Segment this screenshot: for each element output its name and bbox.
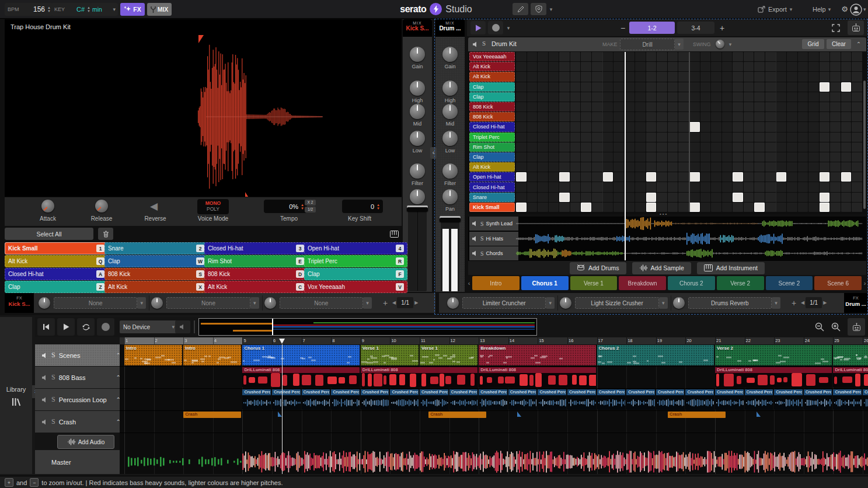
- deck-play-button[interactable]: [470, 21, 486, 34]
- step-12-28[interactable]: [820, 172, 830, 182]
- seq-row-label-kick-small-15[interactable]: Kick Small: [469, 203, 515, 212]
- step-14-12[interactable]: [646, 193, 657, 202]
- step-14-16[interactable]: [689, 193, 700, 202]
- step-14-3[interactable]: [549, 193, 559, 202]
- clip-perc-12[interactable]: Crushed Perc: [597, 389, 626, 410]
- step-2-6[interactable]: [581, 72, 591, 81]
- scene-tab-verse-2[interactable]: Verse 2: [717, 276, 764, 290]
- step-6-8[interactable]: [603, 112, 613, 121]
- step-14-1[interactable]: [527, 193, 538, 202]
- mixer-collapse-button[interactable]: ‹: [430, 147, 437, 159]
- pan-knob[interactable]: [410, 189, 425, 204]
- step-4-17[interactable]: [700, 92, 711, 102]
- step-11-0[interactable]: [516, 162, 527, 172]
- step-9-11[interactable]: [635, 142, 646, 152]
- step-12-22[interactable]: [754, 172, 765, 182]
- step-14-11[interactable]: [635, 193, 646, 202]
- step-6-0[interactable]: [516, 112, 527, 121]
- attack-knob[interactable]: [41, 200, 54, 212]
- clip-bass-1[interactable]: DriLLuminati 808: [361, 367, 477, 388]
- fx-slot-caret[interactable]: ▾: [546, 297, 555, 309]
- step-13-29[interactable]: [830, 182, 841, 191]
- step-8-27[interactable]: [808, 133, 819, 142]
- step-10-2[interactable]: [538, 152, 548, 162]
- filter-knob[interactable]: [410, 163, 425, 179]
- step-9-19[interactable]: [722, 142, 733, 152]
- step-9-20[interactable]: [733, 142, 743, 152]
- step-5-29[interactable]: [830, 102, 841, 111]
- step-14-29[interactable]: [830, 193, 841, 202]
- pad-closed-hi-hat-A[interactable]: Closed Hi-hatA: [5, 268, 108, 280]
- step-7-11[interactable]: [635, 122, 646, 131]
- step-4-20[interactable]: [733, 92, 743, 102]
- step-6-16[interactable]: [689, 112, 700, 121]
- step-8-31[interactable]: [852, 133, 862, 142]
- step-0-7[interactable]: [592, 52, 602, 61]
- step-6-26[interactable]: [798, 112, 808, 121]
- step-5-17[interactable]: [700, 102, 711, 111]
- step-10-18[interactable]: [711, 152, 721, 162]
- step-13-17[interactable]: [700, 182, 711, 191]
- step-1-18[interactable]: [711, 62, 721, 71]
- step-3-15[interactable]: [678, 82, 689, 92]
- step-13-26[interactable]: [798, 182, 808, 191]
- step-14-10[interactable]: [625, 193, 635, 202]
- step-11-24[interactable]: [776, 162, 787, 172]
- step-1-7[interactable]: [592, 62, 602, 71]
- step-13-24[interactable]: [776, 182, 787, 191]
- crash-fade-marker-2[interactable]: [757, 412, 761, 417]
- step-10-5[interactable]: [570, 152, 581, 162]
- step-10-19[interactable]: [722, 152, 733, 162]
- step-8-2[interactable]: [538, 133, 548, 142]
- zoom-out-button[interactable]: [813, 320, 827, 334]
- step-5-4[interactable]: [559, 102, 570, 111]
- step-1-11[interactable]: [635, 62, 646, 71]
- step-11-1[interactable]: [527, 162, 538, 172]
- step-3-18[interactable]: [711, 82, 721, 92]
- step-6-14[interactable]: [668, 112, 678, 121]
- step-11-5[interactable]: [570, 162, 581, 172]
- step-0-9[interactable]: [613, 52, 624, 61]
- step-9-30[interactable]: [841, 142, 852, 152]
- step-7-0[interactable]: [516, 122, 527, 131]
- step-10-25[interactable]: [787, 152, 797, 162]
- step-11-26[interactable]: [798, 162, 808, 172]
- step-2-29[interactable]: [830, 72, 841, 81]
- step-15-18[interactable]: [711, 203, 721, 212]
- step-5-9[interactable]: [613, 102, 624, 111]
- step-6-9[interactable]: [613, 112, 624, 121]
- step-9-5[interactable]: [570, 142, 581, 152]
- step-15-26[interactable]: [798, 203, 808, 212]
- step-15-4[interactable]: [559, 203, 570, 212]
- step-14-19[interactable]: [722, 193, 733, 202]
- step-1-20[interactable]: [733, 62, 743, 71]
- deck-track-header-hi-hats[interactable]: SHi Hats: [469, 232, 518, 246]
- step-5-27[interactable]: [808, 102, 819, 111]
- step-2-27[interactable]: [808, 72, 819, 81]
- step-1-31[interactable]: [852, 62, 862, 71]
- step-1-17[interactable]: [700, 62, 711, 71]
- fx-slot-none-2[interactable]: None: [166, 297, 250, 309]
- step-4-18[interactable]: [711, 92, 721, 102]
- step-12-13[interactable]: [657, 172, 667, 182]
- skip-start-button[interactable]: [37, 318, 55, 336]
- step-11-9[interactable]: [613, 162, 624, 172]
- step-13-14[interactable]: [668, 182, 678, 191]
- song-overview-minimap[interactable]: [198, 318, 537, 336]
- step-6-19[interactable]: [722, 112, 733, 121]
- step-12-2[interactable]: [538, 172, 548, 182]
- step-6-27[interactable]: [808, 112, 819, 121]
- low-knob[interactable]: [410, 131, 425, 146]
- step-15-24[interactable]: [776, 203, 787, 212]
- step-1-23[interactable]: [765, 62, 776, 71]
- step-0-27[interactable]: [808, 52, 819, 61]
- fx-knob-3[interactable]: [673, 297, 685, 309]
- clip-perc-16[interactable]: Crushed Perc: [715, 389, 744, 410]
- step-7-21[interactable]: [744, 122, 754, 131]
- step-3-4[interactable]: [559, 82, 570, 92]
- step-2-19[interactable]: [722, 72, 733, 81]
- step-14-2[interactable]: [538, 193, 548, 202]
- drumkit-solo-button[interactable]: S: [482, 40, 486, 47]
- step-1-26[interactable]: [798, 62, 808, 71]
- step-15-7[interactable]: [592, 203, 602, 212]
